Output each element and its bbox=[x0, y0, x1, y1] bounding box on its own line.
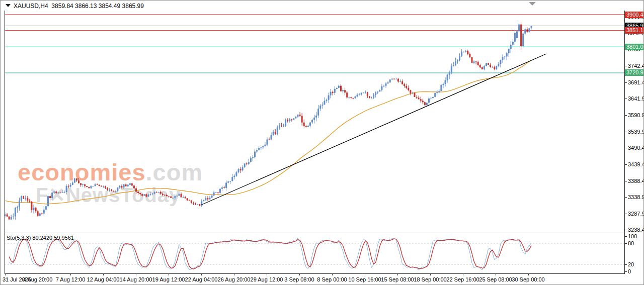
date-label[interactable]: 7 Aug 12:00 bbox=[56, 276, 86, 282]
candle-body bbox=[223, 187, 225, 188]
candle-body bbox=[338, 86, 340, 88]
date-label[interactable]: 22 Sep 16:00 bbox=[446, 276, 479, 282]
candle-body bbox=[238, 169, 239, 172]
stochastic-panel[interactable] bbox=[5, 233, 624, 273]
candle-body bbox=[273, 132, 274, 135]
candle-body bbox=[105, 186, 106, 187]
candle-body bbox=[93, 186, 94, 186]
candle-body bbox=[191, 201, 192, 203]
candle-body bbox=[385, 83, 387, 86]
candle-body bbox=[131, 183, 133, 185]
price-tick-mark bbox=[625, 99, 627, 99]
candle-body bbox=[492, 67, 493, 67]
date-label[interactable]: 4 Aug 20:00 bbox=[23, 276, 53, 282]
candle-body bbox=[13, 217, 14, 217]
candle-body bbox=[101, 186, 102, 186]
date-label[interactable]: 18 Sep 00:00 bbox=[414, 276, 446, 282]
candle-body bbox=[488, 63, 489, 65]
date-label[interactable]: 14 Aug 20:00 bbox=[120, 276, 152, 282]
price-tick-mark bbox=[625, 214, 627, 214]
candle-body bbox=[395, 79, 397, 79]
price-tick-label: 3490.40 bbox=[628, 145, 644, 151]
candle-body bbox=[424, 102, 426, 105]
candle-body bbox=[317, 109, 319, 116]
candle-body bbox=[150, 194, 151, 195]
candle-body bbox=[408, 88, 409, 90]
price-tick-label: 3539.90 bbox=[628, 129, 644, 135]
price-axis[interactable]: 3893.903842.903793.403742.403691.403641.… bbox=[625, 11, 644, 233]
price-badge-support: 3720.98 bbox=[625, 69, 644, 76]
time-axis[interactable]: 31 Jul 20254 Aug 20:007 Aug 12:0012 Aug … bbox=[1, 273, 644, 285]
date-label[interactable]: 30 Sep 00:00 bbox=[512, 276, 544, 282]
candle-body bbox=[373, 95, 374, 98]
date-label[interactable]: 12 Aug 04:00 bbox=[87, 276, 120, 282]
trend-line[interactable] bbox=[201, 54, 546, 205]
candle-body bbox=[19, 201, 20, 207]
candle-body bbox=[174, 196, 176, 198]
candle-body bbox=[279, 126, 280, 128]
candle-body bbox=[244, 163, 246, 167]
candle-body bbox=[301, 116, 303, 123]
candle-body bbox=[219, 189, 221, 193]
date-label[interactable]: 26 Aug 20:00 bbox=[218, 276, 251, 282]
date-label[interactable]: 3 Sep 08:00 bbox=[284, 276, 314, 282]
price-tick-label: 3388.40 bbox=[628, 178, 644, 184]
date-label[interactable]: 15 Sep 08:00 bbox=[381, 276, 414, 282]
stochastic-chart[interactable] bbox=[5, 233, 624, 273]
candle-body bbox=[449, 72, 450, 75]
candle-body bbox=[189, 201, 190, 201]
candle-body bbox=[434, 93, 436, 97]
date-label[interactable]: 29 Aug 12:00 bbox=[251, 276, 283, 282]
sto-tick-label: 100 bbox=[628, 233, 637, 239]
price-tick-mark bbox=[625, 66, 627, 66]
date-label[interactable]: 10 Sep 16:00 bbox=[348, 276, 381, 282]
candle-body bbox=[393, 79, 395, 79]
candles-layer[interactable] bbox=[5, 22, 532, 220]
candle-body bbox=[21, 196, 22, 201]
ohlc-low: 3854.49 bbox=[99, 3, 120, 10]
date-label[interactable]: 8 Sep 00:00 bbox=[317, 276, 347, 282]
price-tick-label: 3691.40 bbox=[628, 79, 644, 85]
candle-body bbox=[420, 99, 422, 101]
candle-body bbox=[121, 186, 123, 187]
candle-body bbox=[176, 196, 178, 196]
candle-body bbox=[445, 80, 446, 84]
chart-left-border bbox=[5, 11, 5, 273]
candle-body bbox=[172, 198, 174, 199]
candle-body bbox=[66, 186, 67, 192]
candlestick-chart[interactable] bbox=[5, 11, 624, 233]
date-label[interactable]: 19 Aug 12:00 bbox=[152, 276, 185, 282]
candle-body bbox=[477, 62, 479, 65]
sto-tick-mark bbox=[625, 243, 627, 244]
indicator-axis[interactable]: 10080200 bbox=[625, 233, 644, 273]
sto-tick-mark bbox=[625, 236, 627, 237]
candle-body bbox=[195, 204, 196, 204]
candle-body bbox=[371, 98, 372, 99]
candle-body bbox=[246, 163, 248, 164]
date-label[interactable]: 25 Sep 08:00 bbox=[479, 276, 512, 282]
chart-shift-marker-icon[interactable] bbox=[529, 2, 536, 6]
date-tick-mark bbox=[201, 273, 202, 275]
candle-body bbox=[516, 31, 518, 38]
price-tick-mark bbox=[625, 230, 627, 230]
candle-body bbox=[295, 117, 296, 118]
candle-body bbox=[512, 42, 514, 45]
price-chart-area[interactable] bbox=[5, 11, 624, 233]
candle-body bbox=[43, 210, 45, 214]
candle-body bbox=[143, 195, 145, 196]
candle-body bbox=[262, 146, 264, 147]
candle-body bbox=[526, 29, 528, 32]
candle-body bbox=[179, 194, 180, 196]
date-label[interactable]: 22 Aug 04:00 bbox=[185, 276, 218, 282]
symbol-dropdown-icon[interactable] bbox=[6, 4, 11, 7]
candle-body bbox=[479, 65, 481, 67]
candle-body bbox=[355, 97, 356, 98]
candle-body bbox=[211, 196, 213, 198]
ohlc-close: 3865.99 bbox=[122, 3, 144, 10]
candle-body bbox=[440, 85, 442, 91]
candle-body bbox=[319, 106, 321, 109]
candle-body bbox=[147, 195, 149, 197]
candle-body bbox=[254, 152, 256, 157]
moving-average-line[interactable] bbox=[5, 60, 531, 204]
candle-body bbox=[514, 33, 516, 42]
